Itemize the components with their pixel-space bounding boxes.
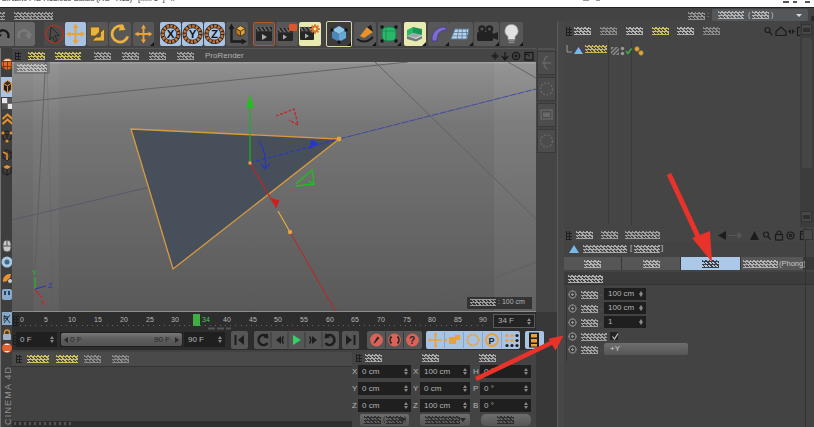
svg-text:?: ? (409, 335, 415, 346)
svg-text:X: X (41, 299, 46, 306)
svg-text:65: 65 (351, 316, 359, 323)
svg-text:20: 20 (120, 316, 128, 323)
svg-text:60: 60 (326, 316, 334, 323)
svg-text:55: 55 (300, 316, 308, 323)
svg-text:P: P (489, 336, 495, 346)
svg-text:25: 25 (146, 316, 154, 323)
svg-text:X: X (167, 28, 175, 40)
svg-text:10: 10 (68, 316, 76, 323)
svg-text:34: 34 (202, 316, 210, 323)
svg-text:30: 30 (171, 316, 179, 323)
svg-text:15: 15 (94, 316, 102, 323)
svg-text:45: 45 (249, 316, 257, 323)
svg-text:Y: Y (32, 269, 37, 276)
svg-text:5: 5 (44, 316, 48, 323)
svg-text:75: 75 (403, 316, 411, 323)
svg-text:Y: Y (189, 28, 197, 40)
svg-text:85: 85 (454, 316, 462, 323)
svg-text:70: 70 (377, 316, 385, 323)
svg-text:Z: Z (211, 28, 218, 40)
svg-text:90: 90 (479, 316, 487, 323)
svg-text:50: 50 (274, 316, 282, 323)
svg-text:CINEMA 4D: CINEMA 4D (3, 366, 13, 425)
svg-text:Z: Z (48, 282, 53, 289)
svg-text:0: 0 (20, 316, 24, 323)
svg-text:P: P (3, 314, 8, 323)
svg-text:80: 80 (428, 316, 436, 323)
svg-text:40: 40 (223, 316, 231, 323)
